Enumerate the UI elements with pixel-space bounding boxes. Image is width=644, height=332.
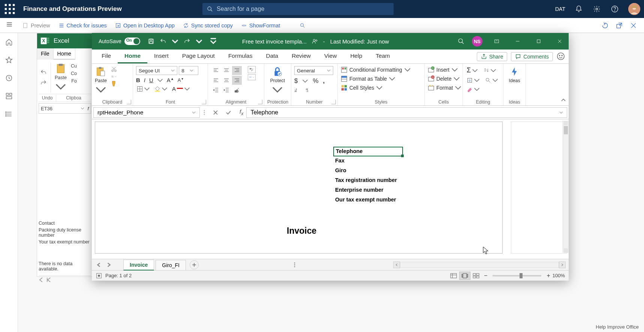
- sheet-tab-giro[interactable]: Giro_FI: [156, 260, 186, 270]
- tab-home[interactable]: Home: [118, 50, 147, 63]
- decrease-font-icon[interactable]: A▼: [178, 77, 184, 83]
- increase-font-icon[interactable]: A▲: [167, 77, 174, 83]
- decrease-decimal-icon[interactable]: .00→0: [306, 87, 312, 93]
- refresh-icon[interactable]: [601, 22, 609, 29]
- field-giro[interactable]: Giro: [335, 167, 346, 173]
- tab-file[interactable]: File: [95, 50, 118, 63]
- insert-cells-button[interactable]: +Insert: [428, 66, 458, 74]
- zoom-out-icon[interactable]: −: [484, 272, 487, 279]
- open-desktop-button[interactable]: Open in Desktop App: [115, 23, 175, 29]
- background-paste-button[interactable]: Paste: [55, 63, 67, 92]
- cut-icon[interactable]: [111, 66, 117, 73]
- delete-cells-button[interactable]: ×Delete: [428, 75, 460, 83]
- background-copy-button[interactable]: Co: [69, 71, 78, 77]
- number-dialog-launcher[interactable]: [331, 100, 336, 104]
- selected-cell[interactable]: Telephone: [333, 147, 403, 156]
- ideas-button[interactable]: Ideas: [509, 66, 520, 83]
- tab-options-icon[interactable]: [294, 262, 295, 268]
- preview-button[interactable]: Preview: [22, 23, 50, 29]
- workspace-icon[interactable]: [4, 92, 13, 101]
- formula-input[interactable]: Telephone: [246, 107, 567, 118]
- feedback-icon[interactable]: [557, 52, 566, 61]
- vertical-scrollbar[interactable]: [563, 121, 569, 253]
- format-as-table-button[interactable]: Format as Table: [341, 75, 395, 83]
- undo-icon[interactable]: [160, 38, 166, 45]
- page-break-view-icon[interactable]: [470, 272, 482, 280]
- paste-button[interactable]: Paste: [95, 66, 107, 95]
- save-icon[interactable]: [148, 38, 154, 45]
- recent-icon[interactable]: [4, 74, 13, 83]
- italic-button[interactable]: I: [144, 77, 145, 83]
- tab-team[interactable]: Team: [369, 50, 397, 63]
- background-namebox[interactable]: ET36 f: [39, 103, 91, 114]
- background-file-tab[interactable]: File: [37, 48, 54, 60]
- title-search-icon[interactable]: [458, 38, 464, 45]
- help-icon[interactable]: [610, 5, 619, 14]
- tab-insert[interactable]: Insert: [147, 50, 175, 63]
- cancel-formula-icon[interactable]: [213, 110, 219, 116]
- comma-icon[interactable]: ,: [323, 77, 325, 85]
- last-modified[interactable]: Last Modified: Just now: [330, 38, 389, 45]
- tab-page-layout[interactable]: Page Layout: [175, 50, 222, 63]
- user-avatar[interactable]: [628, 3, 640, 15]
- page-layout-view-icon[interactable]: [459, 272, 470, 280]
- global-search-input[interactable]: Search for a page: [202, 3, 394, 15]
- field-fax[interactable]: Fax: [335, 158, 344, 164]
- prev-sheet-icon[interactable]: [95, 261, 103, 269]
- copy-icon[interactable]: [111, 74, 117, 79]
- sync-button[interactable]: Sync stored copy: [183, 23, 233, 29]
- scroll-up-icon[interactable]: [564, 121, 568, 125]
- increase-indent-icon[interactable]: [222, 86, 231, 95]
- undo-icon[interactable]: [40, 69, 47, 76]
- fill-handle[interactable]: [401, 155, 404, 157]
- star-icon[interactable]: [4, 56, 13, 65]
- font-size-combo[interactable]: 8: [179, 66, 198, 75]
- number-format-combo[interactable]: General: [294, 66, 333, 75]
- app-launcher-icon[interactable]: [4, 3, 16, 15]
- tab-formulas[interactable]: Formulas: [222, 50, 259, 63]
- alignment-dialog-launcher[interactable]: [258, 100, 262, 104]
- orientation-icon[interactable]: ab: [232, 86, 242, 95]
- bold-button[interactable]: B: [136, 77, 140, 83]
- currency-dropdown-icon[interactable]: [302, 78, 308, 84]
- clear-icon[interactable]: [466, 86, 481, 93]
- comments-button[interactable]: Comments: [511, 52, 553, 61]
- share-button[interactable]: Share: [477, 52, 507, 61]
- format-painter-icon[interactable]: [111, 80, 117, 87]
- bell-icon[interactable]: [574, 5, 583, 14]
- scroll-thumb[interactable]: [564, 126, 568, 134]
- underline-button[interactable]: U: [149, 77, 153, 83]
- normal-view-icon[interactable]: [448, 272, 459, 280]
- align-top-left-icon[interactable]: [211, 66, 221, 75]
- add-sheet-icon[interactable]: [190, 260, 199, 269]
- find-select-icon[interactable]: [484, 77, 499, 84]
- scroll-start-icon[interactable]: [46, 277, 51, 282]
- user-initials-badge[interactable]: NS: [472, 36, 482, 47]
- invoice-title[interactable]: Invoice: [287, 226, 316, 236]
- company-label[interactable]: DAT: [555, 6, 565, 12]
- fx-label[interactable]: fx: [240, 108, 243, 116]
- font-dialog-launcher[interactable]: [202, 100, 206, 104]
- conditional-formatting-button[interactable]: Conditional Formatting: [341, 66, 411, 74]
- background-home-tab[interactable]: Home: [54, 48, 75, 60]
- decrease-indent-icon[interactable]: [211, 86, 221, 95]
- background-cut-button[interactable]: Cu: [69, 63, 78, 69]
- autosave-toggle[interactable]: On: [124, 38, 140, 45]
- autosum-icon[interactable]: Σ: [466, 66, 479, 75]
- gear-icon[interactable]: [592, 5, 601, 14]
- zoom-slider[interactable]: [493, 275, 541, 276]
- close-button[interactable]: [553, 35, 566, 48]
- scroll-left-icon[interactable]: [39, 277, 44, 282]
- format-cells-button[interactable]: Format: [428, 84, 461, 92]
- people-icon[interactable]: [312, 38, 318, 44]
- fill-color-icon[interactable]: [154, 86, 168, 92]
- increase-decimal-icon[interactable]: ←0.00: [294, 87, 300, 93]
- font-name-combo[interactable]: Segoe UI: [136, 66, 177, 75]
- merge-center-button[interactable]: [248, 74, 256, 80]
- underline-dropdown-icon[interactable]: [157, 77, 163, 83]
- popout-icon[interactable]: [616, 22, 623, 29]
- name-box[interactable]: rptHeader_Phone: [93, 107, 200, 118]
- sheet-area[interactable]: Telephone Fax Giro Tax registration numb…: [92, 119, 569, 259]
- next-sheet-icon[interactable]: [105, 261, 113, 269]
- qat-customize-icon[interactable]: [210, 38, 217, 45]
